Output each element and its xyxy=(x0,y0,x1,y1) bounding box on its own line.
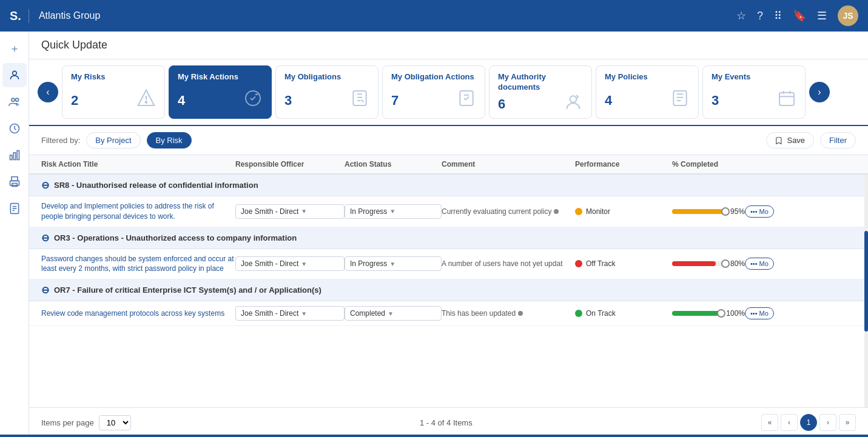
bottom-accent xyxy=(29,435,868,437)
row-1-progress-bar[interactable] xyxy=(672,209,727,214)
row-1-status-dropdown[interactable]: In Progress ▼ xyxy=(345,204,442,219)
sidebar-item-group[interactable] xyxy=(2,90,27,114)
perf-dot-on-track xyxy=(575,310,582,317)
svg-rect-4 xyxy=(10,155,12,160)
row-2-progress-bar[interactable] xyxy=(672,261,727,266)
table-row: Review code management protocols across … xyxy=(29,301,868,326)
cards-prev-button[interactable]: ‹ xyxy=(38,82,58,102)
row-2-progress-fill xyxy=(672,261,716,266)
row-3-progress-handle[interactable] xyxy=(717,309,725,318)
row-3-more-button[interactable]: ••• Mo xyxy=(745,307,774,319)
row-2-status-dropdown[interactable]: In Progress ▼ xyxy=(345,256,442,271)
row-1-title[interactable]: Develop and Implement policies to addres… xyxy=(41,202,214,221)
sidebar-item-print[interactable] xyxy=(2,170,27,194)
sidebar: ＋ xyxy=(0,32,29,437)
next-page-button[interactable]: › xyxy=(819,414,836,431)
card-my-authority-documents[interactable]: My Authority documents 6 xyxy=(489,65,592,119)
card-my-events-label: My Events xyxy=(712,72,796,82)
group-sr8-label: SR8 - Unauthorised release of confidenti… xyxy=(54,181,258,190)
row-1-officer-dropdown[interactable]: Joe Smith - Direct ▼ xyxy=(235,204,345,219)
svg-point-15 xyxy=(146,101,147,103)
bookmark-icon[interactable]: 🔖 xyxy=(793,9,806,22)
col-responsible-officer: Responsible Officer xyxy=(235,160,345,168)
save-button[interactable]: Save xyxy=(766,132,814,148)
last-page-button[interactable]: » xyxy=(839,414,856,431)
card-my-obligations-number: 3 xyxy=(284,93,292,108)
card-my-risk-actions[interactable]: My Risk Actions 4 xyxy=(169,65,272,119)
dropdown-arrow-icon: ▼ xyxy=(388,310,394,317)
svg-rect-7 xyxy=(12,177,18,181)
row-3-title[interactable]: Review code management protocols across … xyxy=(41,309,224,318)
layout: ＋ Quick Update ‹ My Risks xyxy=(0,32,868,437)
col-actions xyxy=(745,160,781,168)
per-page-select[interactable]: 10 20 50 xyxy=(99,415,131,430)
row-1-progress-fill xyxy=(672,209,724,214)
items-per-page-section: Items per page 10 20 50 xyxy=(41,415,131,430)
row-2-more-button[interactable]: ••• Mo xyxy=(745,258,774,270)
dropdown-arrow-icon: ▼ xyxy=(301,310,307,317)
group-or7: ⊖ OR7 - Failure of critical Enterprise I… xyxy=(29,279,868,301)
top-nav: S. Atlantis Group ☆ ? ⠿ 🔖 ☰ JS xyxy=(0,0,868,32)
perf-dot-monitor xyxy=(575,208,582,215)
card-my-obligation-actions[interactable]: My Obligation Actions 7 xyxy=(382,65,485,119)
row-2-performance: Off Track xyxy=(586,259,615,268)
table-scrollbar[interactable] xyxy=(864,155,868,407)
comment-dots-icon xyxy=(554,209,559,214)
group-or3: ⊖ OR3 - Operations - Unauthorized access… xyxy=(29,227,868,249)
first-page-button[interactable]: « xyxy=(761,414,778,431)
risk-actions-icon xyxy=(243,88,263,112)
row-3-status-dropdown[interactable]: Completed ▼ xyxy=(345,306,442,321)
avatar[interactable]: JS xyxy=(838,5,858,26)
dropdown-arrow-icon: ▼ xyxy=(389,208,395,215)
row-2-comment: A number of users have not yet updated t… xyxy=(442,259,563,268)
card-my-authority-documents-label: My Authority documents xyxy=(498,72,583,93)
row-1-performance: Monitor xyxy=(586,207,610,216)
current-page-button[interactable]: 1 xyxy=(800,414,817,431)
sidebar-item-document[interactable] xyxy=(2,196,27,221)
by-risk-button[interactable]: By Risk xyxy=(147,132,192,148)
card-my-obligations[interactable]: My Obligations 3 xyxy=(275,65,378,119)
sidebar-item-add[interactable]: ＋ xyxy=(2,36,27,61)
card-my-events-number: 3 xyxy=(712,93,719,108)
sidebar-item-clock[interactable] xyxy=(2,116,27,141)
card-my-events[interactable]: My Events 3 xyxy=(702,65,806,119)
col-action-status: Action Status xyxy=(345,160,442,168)
card-my-policies-label: My Policies xyxy=(605,72,690,82)
menu-icon[interactable]: ☰ xyxy=(817,9,827,22)
sidebar-item-chart[interactable] xyxy=(2,143,27,167)
row-2-officer-dropdown[interactable]: Joe Smith - Direct ▼ xyxy=(235,256,345,271)
sidebar-item-user[interactable] xyxy=(2,63,27,87)
card-my-obligations-label: My Obligations xyxy=(284,72,369,82)
star-icon[interactable]: ☆ xyxy=(736,9,746,22)
app-logo: S. xyxy=(10,9,29,23)
row-1-more-button[interactable]: ••• Mo xyxy=(745,205,774,218)
row-3-officer-dropdown[interactable]: Joe Smith - Direct ▼ xyxy=(235,306,345,321)
table-scrollbar-thumb[interactable] xyxy=(864,231,868,332)
group-or7-collapse[interactable]: ⊖ xyxy=(41,284,49,296)
help-icon[interactable]: ? xyxy=(757,10,763,22)
col-pct-completed: % Completed xyxy=(672,160,745,168)
group-sr8-collapse[interactable]: ⊖ xyxy=(41,179,49,191)
grid-icon[interactable]: ⠿ xyxy=(774,9,782,22)
filter-button[interactable]: Filter xyxy=(820,132,856,148)
card-my-policies[interactable]: My Policies 4 xyxy=(596,65,699,119)
row-2-progress-handle[interactable] xyxy=(721,259,730,268)
cards-next-button[interactable]: › xyxy=(809,82,830,102)
row-1-progress-handle[interactable] xyxy=(721,207,730,216)
row-2-title[interactable]: Password changes should be system enforc… xyxy=(41,255,234,273)
comment-dots-icon xyxy=(518,311,523,316)
card-my-obligation-actions-number: 7 xyxy=(391,93,399,108)
prev-page-button[interactable]: ‹ xyxy=(781,414,798,431)
group-or7-label: OR7 - Failure of critical Enterprise ICT… xyxy=(54,285,321,295)
by-project-button[interactable]: By Project xyxy=(86,132,140,148)
page-title-bar: Quick Update xyxy=(29,32,868,59)
group-or3-collapse[interactable]: ⊖ xyxy=(41,232,49,244)
row-1-pct: 95% xyxy=(730,207,745,216)
card-my-risks[interactable]: My Risks 2 xyxy=(62,65,165,119)
top-nav-icons: ☆ ? ⠿ 🔖 ☰ JS xyxy=(736,5,858,26)
authority-docs-icon xyxy=(564,93,583,116)
dropdown-arrow-icon: ▼ xyxy=(301,208,307,215)
row-3-progress-bar[interactable] xyxy=(672,311,722,316)
page-controls: « ‹ 1 › » xyxy=(761,414,856,431)
obligation-actions-icon xyxy=(457,88,476,112)
